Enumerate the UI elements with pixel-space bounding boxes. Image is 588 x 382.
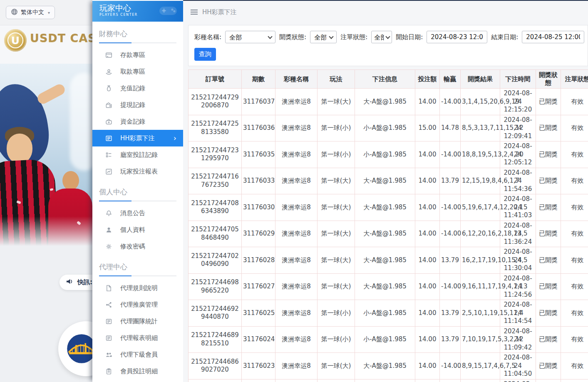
sidebar-item[interactable]: 代理下級會員 (92, 346, 183, 363)
sidebar-item[interactable]: 廳室投註記錄 (92, 146, 183, 163)
sidebar-item[interactable]: 會員交易明細 (92, 380, 183, 382)
table-cell: 31176024 (242, 326, 275, 353)
table-cell: 31176037 (242, 89, 275, 115)
table-cell: 2152172447086343890 (189, 194, 242, 221)
newspaper-icon (105, 335, 112, 342)
table-cell: -14.00 (440, 89, 461, 115)
sidebar-item[interactable]: HH彩票下注 › (92, 130, 183, 146)
table-cell: -14.00 (440, 273, 461, 300)
table-cell: 5,19,6,17,4,12,20,15 (461, 194, 500, 221)
bank-card-icon (105, 52, 112, 59)
table-cell: 2152172447020496090 (189, 247, 242, 274)
table-cell: 第一球(大) (318, 273, 355, 300)
search-button[interactable]: 查詢 (194, 48, 216, 61)
table-cell: 有效 (561, 326, 588, 353)
hamburger-menu-icon[interactable] (191, 8, 198, 16)
sidebar-item[interactable]: 代理規則說明 (92, 280, 183, 296)
table-cell: 有效 (561, 115, 588, 141)
table-cell: -14.00 (440, 221, 461, 247)
lottery-select[interactable]: 全部 (225, 31, 275, 43)
table-cell: 8,5,3,13,7,11,15,12 (461, 115, 500, 141)
sidebar-item[interactable]: 取款專區 (92, 63, 183, 80)
column-header: 訂單號 (189, 70, 242, 89)
language-label: 繁体中文 (21, 9, 44, 16)
sidebar-item[interactable]: 充值記錄 (92, 80, 183, 97)
table-cell: 2152172446779623200 (189, 379, 242, 382)
table-cell: 31176027 (242, 273, 275, 300)
table-cell: 12,15,19,8,4,6,1,7 (461, 168, 500, 194)
table-cell: 已開獎 (536, 247, 561, 274)
table-cell: 14.00 (415, 300, 440, 327)
list-icon (105, 135, 112, 142)
report-chart-icon (105, 168, 112, 175)
table-cell: 6,12,20,16,2,18,13,5 (461, 221, 500, 247)
end-date-input[interactable] (522, 31, 584, 43)
table-cell: 已開獎 (536, 326, 561, 353)
table-cell: 第一球(大) (318, 353, 355, 380)
table-cell: 大-A盤@1.985 (355, 353, 415, 380)
column-header: 開獎結果 (461, 70, 500, 89)
section-underline (99, 42, 176, 43)
sidebar-item[interactable]: 存款專區 (92, 47, 183, 63)
draw-status-select[interactable]: 全部 (310, 31, 337, 43)
table-cell: 2152172446929440870 (189, 300, 242, 327)
table-cell: 14.00 (415, 221, 440, 247)
sidebar-item[interactable]: 修改密碼 (92, 238, 183, 255)
table-row: 215217244725813358031176036澳洲幸运8第一球(小)小-… (189, 115, 588, 141)
table-cell: 13.79 (440, 379, 461, 382)
table-cell: 13.79 (440, 168, 461, 194)
table-cell: 有效 (561, 141, 588, 168)
table-cell: 已開獎 (536, 168, 561, 194)
table-cell: 第一球(小) (318, 115, 355, 141)
sidebar-section-heading: 代理中心 (99, 262, 176, 276)
table-cell: 有效 (561, 194, 588, 221)
table-cell: 14.00 (415, 326, 440, 353)
table-cell: 2152172446869027020 (189, 353, 242, 380)
table-cell: 大-A盤@1.985 (355, 221, 415, 247)
table-cell: -14.00 (440, 194, 461, 221)
table-cell: 15.00 (415, 115, 440, 141)
table-header-row: 訂單號期數彩種名稱玩法下注信息投注額輸贏開獎結果下注時間開獎狀態注單狀態 (189, 70, 588, 89)
section-underline (99, 275, 176, 276)
sidebar-item[interactable]: 資金記錄 (92, 113, 183, 130)
table-cell: 第一球(小) (318, 300, 355, 327)
sidebar-item[interactable]: 消息公告 (92, 205, 183, 221)
table-cell: 8,9,15,17,4,6,7,5 (461, 353, 500, 380)
table-cell: 14.00 (415, 247, 440, 274)
sidebar-item[interactable]: 玩家投注報表 (92, 163, 183, 180)
table-cell: 14.00 (415, 89, 440, 115)
table-cell: 大-A盤@1.985 (355, 194, 415, 221)
chevron-right-icon: › (174, 134, 176, 142)
table-cell: 16,2,17,19,10,15,4,5 (461, 247, 500, 274)
table-cell: 已開獎 (536, 141, 561, 168)
table-cell: 31176035 (242, 141, 275, 168)
sidebar-item[interactable]: 會員投註明細 (92, 363, 183, 380)
sidebar-item[interactable]: 個人資料 (92, 221, 183, 238)
sidebar-section-heading: 個人中心 (99, 187, 176, 201)
table-cell: 31176025 (242, 300, 275, 327)
table-cell: 有效 (561, 89, 588, 115)
table-cell: 有效 (561, 168, 588, 194)
bell-icon (105, 210, 112, 217)
table-cell: 已開獎 (536, 89, 561, 115)
table-cell: 澳洲幸运8 (275, 379, 318, 382)
table-row: 215217244702049609031176028澳洲幸运8第一球(大)大-… (189, 247, 588, 274)
share-icon (105, 301, 112, 308)
table-cell: 31176030 (242, 194, 275, 221)
money-bag-icon (105, 85, 112, 92)
sidebar-item[interactable]: 提現記錄 (92, 97, 183, 113)
table-cell: 第一球(大) (318, 247, 355, 274)
start-date-input[interactable] (427, 31, 487, 43)
table-cell: 已開獎 (536, 353, 561, 380)
table-cell: 小-A盤@1.985 (355, 379, 415, 382)
order-status-select[interactable]: 全部 (371, 31, 392, 43)
table-cell: 2152172447167672350 (189, 168, 242, 194)
sidebar-item[interactable]: 代理團隊統計 (92, 313, 183, 330)
table-cell: 7,10,19,17,5,3,2,12 (461, 326, 500, 353)
column-header: 期數 (242, 70, 275, 89)
sidebar-item[interactable]: 代理報表明細 (92, 330, 183, 346)
table-cell: 31176036 (242, 115, 275, 141)
language-selector[interactable]: 繁体中文 ▾ (6, 6, 55, 19)
table-cell: 澳洲幸运8 (275, 89, 318, 115)
sidebar-item[interactable]: 代理推廣管理 (92, 296, 183, 313)
